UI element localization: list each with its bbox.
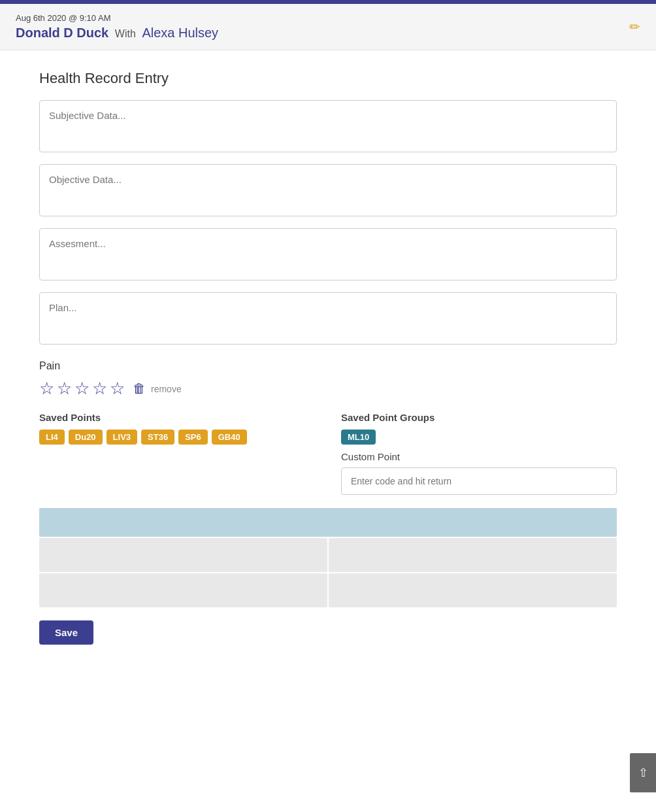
star-1[interactable]: ☆ xyxy=(39,379,54,399)
tag-group-ml10[interactable]: ML10 xyxy=(341,430,376,445)
saved-points-column: Saved Points LI4 Du20 LIV3 ST36 SP6 GB40 xyxy=(39,412,315,495)
custom-point-label: Custom Point xyxy=(341,451,617,462)
header: Aug 6th 2020 @ 9:10 AM Donald D Duck Wit… xyxy=(0,4,656,50)
star-2[interactable]: ☆ xyxy=(57,379,72,399)
star-5[interactable]: ☆ xyxy=(110,379,125,399)
save-row: Save xyxy=(39,620,617,645)
header-patient: Donald D Duck With Alexa Hulsey xyxy=(16,25,218,41)
scroll-to-top-button[interactable]: ⇧ xyxy=(630,753,656,792)
pain-label: Pain xyxy=(39,360,617,372)
saved-point-groups-title: Saved Point Groups xyxy=(341,412,617,423)
with-label: With xyxy=(115,28,136,39)
plan-input[interactable] xyxy=(39,292,617,345)
tag-sp6[interactable]: SP6 xyxy=(178,430,208,445)
grid-data-row-2 xyxy=(39,573,617,607)
custom-point-input[interactable] xyxy=(341,467,617,495)
custom-point-section: Custom Point xyxy=(341,451,617,495)
grid-cell-2-2 xyxy=(329,573,617,607)
objective-data-input[interactable] xyxy=(39,164,617,216)
provider-name: Alexa Hulsey xyxy=(142,25,218,40)
tag-li4[interactable]: LI4 xyxy=(39,430,65,445)
page-container: Aug 6th 2020 @ 9:10 AM Donald D Duck Wit… xyxy=(0,0,656,812)
stars-row: ☆ ☆ ☆ ☆ ☆ 🗑 remove xyxy=(39,379,617,399)
assessment-input[interactable] xyxy=(39,228,617,280)
tag-du20[interactable]: Du20 xyxy=(69,430,103,445)
grid-data-row-1 xyxy=(39,538,617,572)
points-section: Saved Points LI4 Du20 LIV3 ST36 SP6 GB40… xyxy=(39,412,617,495)
star-3[interactable]: ☆ xyxy=(74,379,90,399)
saved-point-groups-column: Saved Point Groups ML10 Custom Point xyxy=(341,412,617,495)
grid-cell-1-2 xyxy=(329,538,617,572)
star-4[interactable]: ☆ xyxy=(92,379,107,399)
saved-point-groups-tags: ML10 xyxy=(341,430,617,445)
grid-cell-1-1 xyxy=(39,538,327,572)
edit-icon[interactable]: ✏ xyxy=(629,19,640,35)
save-button[interactable]: Save xyxy=(39,620,93,645)
grid-header-row xyxy=(39,508,617,537)
trash-icon[interactable]: 🗑 xyxy=(133,381,146,396)
bottom-grid xyxy=(39,508,617,607)
remove-label[interactable]: remove xyxy=(151,384,182,394)
saved-points-tags: LI4 Du20 LIV3 ST36 SP6 GB40 xyxy=(39,430,315,445)
tag-gb40[interactable]: GB40 xyxy=(212,430,247,445)
header-datetime: Aug 6th 2020 @ 9:10 AM xyxy=(16,13,218,23)
subjective-data-input[interactable] xyxy=(39,100,617,152)
tag-st36[interactable]: ST36 xyxy=(141,430,174,445)
main-content: Health Record Entry Pain ☆ ☆ ☆ ☆ ☆ 🗑 rem… xyxy=(0,50,656,664)
tag-liv3[interactable]: LIV3 xyxy=(107,430,137,445)
grid-cell-2-1 xyxy=(39,573,327,607)
header-left: Aug 6th 2020 @ 9:10 AM Donald D Duck Wit… xyxy=(16,13,218,41)
patient-name: Donald D Duck xyxy=(16,25,108,40)
saved-points-title: Saved Points xyxy=(39,412,315,423)
section-title: Health Record Entry xyxy=(39,70,617,87)
